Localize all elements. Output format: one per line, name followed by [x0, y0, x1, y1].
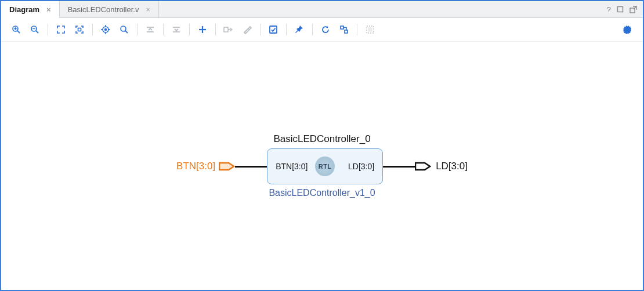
block-output-pin-label: LD[3:0]: [348, 162, 374, 171]
help-icon[interactable]: ?: [607, 5, 611, 14]
add-ip-button[interactable]: [193, 20, 212, 39]
divider: [163, 24, 164, 35]
net-wire[interactable]: [235, 166, 267, 168]
output-port-icon[interactable]: [415, 160, 431, 173]
customize-block-button[interactable]: [238, 20, 256, 39]
external-input-port-label[interactable]: BTN[3:0]: [176, 161, 215, 172]
svg-rect-25: [270, 26, 277, 33]
collapse-button[interactable]: [141, 20, 160, 39]
fit-area-button[interactable]: [361, 20, 379, 39]
zoom-fit-button[interactable]: [52, 20, 70, 39]
zoom-area-button[interactable]: [70, 20, 89, 39]
center-selection-button[interactable]: [96, 20, 115, 39]
divider: [189, 24, 190, 35]
ip-type-label: BasicLEDController_v1_0: [269, 188, 375, 198]
zoom-out-button[interactable]: [26, 20, 44, 39]
close-icon[interactable]: ×: [144, 6, 151, 13]
svg-rect-24: [224, 27, 228, 32]
tab-source-file[interactable]: BasicLEDController.v ×: [60, 1, 159, 17]
divider: [48, 24, 48, 35]
maximize-icon[interactable]: [617, 6, 624, 13]
settings-button[interactable]: [618, 20, 637, 39]
block-row: BTN[3:0] BTN[3:0] RTL LD[3:0]: [176, 148, 468, 184]
divider: [312, 24, 313, 35]
svg-line-17: [125, 31, 128, 33]
divider: [215, 24, 216, 35]
optimize-routing-button[interactable]: [335, 20, 353, 39]
app-window: Diagram × BasicLEDController.v × ?: [0, 0, 644, 291]
tab-label: BasicLEDController.v: [68, 5, 139, 14]
pin-button[interactable]: [290, 20, 309, 39]
svg-rect-0: [618, 7, 623, 12]
svg-point-11: [105, 29, 107, 31]
divider: [286, 24, 287, 35]
svg-line-7: [36, 31, 38, 33]
tab-diagram[interactable]: Diagram ×: [1, 1, 60, 18]
block-input-pin-label: BTN[3:0]: [276, 162, 307, 171]
svg-point-16: [121, 26, 126, 31]
ip-block-instance[interactable]: BasicLEDController_0 BTN[3:0] BTN[3:0] R…: [176, 133, 468, 198]
divider: [92, 24, 93, 35]
tab-label: Diagram: [9, 5, 39, 14]
popout-icon[interactable]: [629, 6, 637, 13]
tab-strip: Diagram × BasicLEDController.v × ?: [1, 1, 643, 18]
validate-design-button[interactable]: [264, 20, 283, 39]
toolbar: [1, 18, 643, 42]
svg-rect-26: [341, 26, 343, 29]
net-wire[interactable]: [383, 166, 415, 168]
divider: [137, 24, 138, 35]
close-icon[interactable]: ×: [45, 6, 52, 13]
divider: [260, 24, 261, 35]
svg-line-3: [17, 31, 20, 33]
diagram-canvas[interactable]: BasicLEDController_0 BTN[3:0] BTN[3:0] R…: [1, 42, 643, 290]
svg-rect-29: [368, 28, 372, 31]
divider: [357, 24, 357, 35]
svg-rect-9: [78, 28, 81, 31]
rtl-badge-icon: RTL: [315, 157, 335, 176]
search-button[interactable]: [115, 20, 133, 39]
zoom-in-button[interactable]: [7, 20, 26, 39]
svg-rect-27: [345, 30, 348, 33]
ip-block[interactable]: BTN[3:0] RTL LD[3:0]: [267, 148, 383, 184]
input-port-icon[interactable]: [219, 160, 235, 173]
external-output-port-label[interactable]: LD[3:0]: [436, 161, 468, 172]
expand-button[interactable]: [167, 20, 186, 39]
tabstrip-controls: ?: [607, 1, 643, 17]
make-external-button[interactable]: [219, 20, 238, 39]
instance-name-label: BasicLEDController_0: [273, 133, 370, 145]
regenerate-layout-button[interactable]: [316, 20, 335, 39]
